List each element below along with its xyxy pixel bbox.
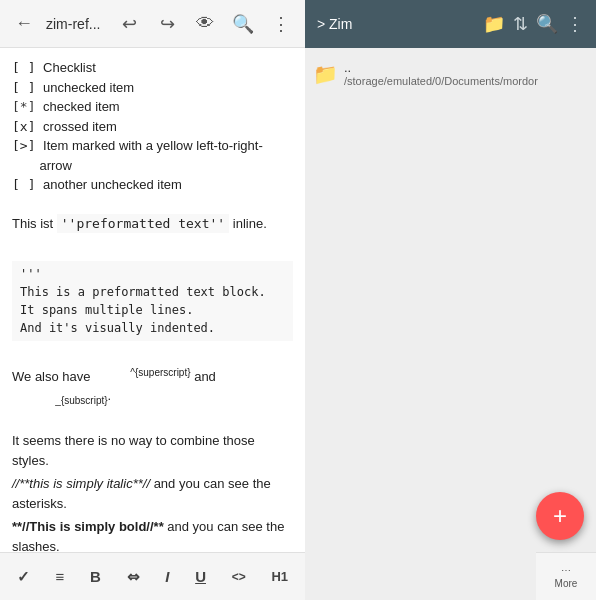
italic-tool[interactable]: I (159, 564, 175, 589)
combine-text: It seems there is no way to combine thos… (12, 431, 293, 470)
right-panel-title: > Zim (317, 16, 475, 32)
sort-icon-btn[interactable]: ⇅ (513, 13, 528, 35)
left-panel: ← zim-ref... ↩ ↪ 👁 🔍 ⋮ Checklist uncheck… (0, 0, 305, 600)
folder-dots: .. (344, 60, 538, 75)
back-button[interactable]: ← (8, 8, 40, 40)
bold-line: **//This is simply bold//** and you can … (12, 517, 293, 552)
bottom-toolbar: ✓ ≡ B ⇔ I U <> H1 (0, 552, 305, 600)
inline-preformat-text: This ist ''preformatted text'' inline. (12, 214, 293, 234)
fab-button[interactable]: + (536, 492, 584, 540)
list-tool[interactable]: ≡ (50, 564, 71, 589)
more-dots-icon: ⋯ (561, 565, 571, 576)
right-panel: > Zim 📁 ⇅ 🔍 ⋮ 📁 .. /storage/emulated/0/D… (305, 0, 596, 600)
undo-button[interactable]: ↩ (113, 8, 145, 40)
align-tool[interactable]: ⇔ (121, 564, 146, 590)
right-more-button[interactable]: ⋮ (566, 13, 584, 35)
right-toolbar: > Zim 📁 ⇅ 🔍 ⋮ (305, 0, 596, 48)
underline-tool[interactable]: U (189, 564, 212, 589)
list-item: another unchecked item (12, 175, 293, 195)
preview-button[interactable]: 👁 (189, 8, 221, 40)
folder-icon-btn[interactable]: 📁 (483, 13, 505, 35)
folder-icon: 📁 (313, 62, 338, 86)
heading-tool[interactable]: H1 (265, 565, 294, 588)
list-item: unchecked item (12, 78, 293, 98)
right-search-button[interactable]: 🔍 (536, 13, 558, 35)
italic-line: //**this is simply italic**// and you ca… (12, 474, 293, 513)
super-sub-text: We also have ^{superscript} and _{subscr… (12, 365, 293, 408)
more-button[interactable]: ⋯ More (536, 552, 596, 600)
left-toolbar: ← zim-ref... ↩ ↪ 👁 🔍 ⋮ (0, 0, 305, 48)
more-label: More (555, 578, 578, 589)
checklist-section: Checklist unchecked item checked item cr… (12, 58, 293, 195)
more-options-button[interactable]: ⋮ (265, 8, 297, 40)
redo-button[interactable]: ↪ (151, 8, 183, 40)
document-title: zim-ref... (46, 16, 107, 32)
preformatted-block: ''' This is a preformatted text block. I… (12, 261, 293, 341)
list-item: checked item (12, 97, 293, 117)
list-item: crossed item (12, 117, 293, 137)
checkbox-tool[interactable]: ✓ (11, 564, 36, 590)
list-item: Item marked with a yellow left-to-right-… (12, 136, 293, 175)
bold-tool[interactable]: B (84, 564, 107, 589)
parent-folder-row[interactable]: 📁 .. /storage/emulated/0/Documents/mordo… (313, 56, 588, 91)
code-tool[interactable]: <> (226, 566, 252, 588)
search-button[interactable]: 🔍 (227, 8, 259, 40)
editor-area[interactable]: Checklist unchecked item checked item cr… (0, 48, 305, 552)
folder-path: /storage/emulated/0/Documents/mordor (344, 75, 538, 87)
list-item: Checklist (12, 58, 293, 78)
